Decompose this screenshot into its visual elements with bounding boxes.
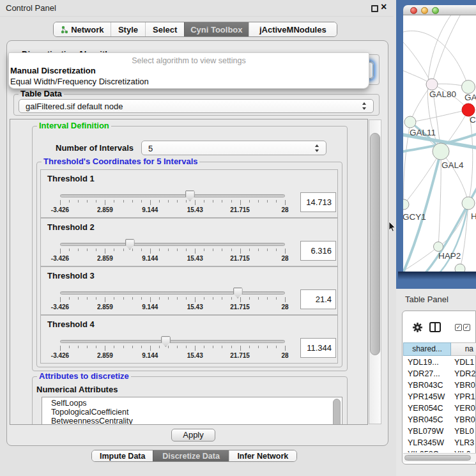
cell-shared-name: YBR045C: [403, 414, 451, 426]
network-node-hap2[interactable]: [434, 242, 443, 252]
node-label-gal80: GAL80: [429, 89, 456, 99]
threshold-1-slider-track[interactable]: [60, 194, 285, 197]
table-row[interactable]: YLR345WYLR3: [403, 437, 476, 449]
network-edge[interactable]: [438, 151, 441, 247]
network-node-gal11[interactable]: [404, 116, 416, 128]
dropdown-item-1[interactable]: Manual Discretization: [10, 66, 96, 75]
gear-icon[interactable]: [412, 322, 423, 333]
checkbox-icon[interactable]: ✓: [455, 324, 462, 331]
cell-shared-name: YPR145W: [403, 391, 451, 403]
tab-style[interactable]: Style: [111, 22, 146, 36]
slider-tick: [105, 346, 105, 351]
attribute-list-item[interactable]: SelfLoops: [42, 399, 342, 408]
network-node-partial[interactable]: [455, 264, 465, 272]
table-row[interactable]: YDL19...YDL1: [403, 357, 476, 368]
cell-name: YBR0: [451, 380, 476, 391]
network-edge[interactable]: [410, 84, 432, 122]
threshold-3-value-field[interactable]: 21.4: [300, 289, 336, 309]
cell-name: YLR3: [451, 437, 476, 449]
tab-infer-network[interactable]: Infer Network: [229, 450, 296, 461]
tab-network[interactable]: Network: [54, 22, 111, 36]
column-header-shared[interactable]: shared...: [403, 342, 451, 356]
threshold-2-slider-track[interactable]: [60, 243, 285, 246]
slider-tick: [285, 200, 286, 205]
slider-tick: [195, 249, 196, 254]
threshold-4-slider-track[interactable]: [60, 340, 285, 343]
window-zoom-traffic-icon[interactable]: [432, 7, 439, 14]
close-icon[interactable]: ×: [381, 1, 387, 13]
network-node-gal[interactable]: [462, 81, 475, 94]
tab-discretize-data[interactable]: Discretize Data: [153, 450, 228, 461]
column-header-name[interactable]: na: [451, 342, 476, 356]
cell-shared-name: YBR043C: [403, 380, 451, 391]
dropdown-item-2[interactable]: Equal Width/Frequency Discretization: [10, 77, 149, 86]
attribute-list-item[interactable]: BetweennessCentrality: [42, 417, 342, 425]
table-hscrollbar-track[interactable]: [403, 453, 476, 462]
tab-cyni-toolbox[interactable]: Cyni Toolbox: [184, 22, 249, 36]
table-row[interactable]: YBR043CYBR0: [403, 380, 476, 391]
network-edge[interactable]: [403, 31, 468, 87]
network-edge[interactable]: [432, 15, 462, 84]
table-data-combobox[interactable]: galFiltered.sif default node: [19, 99, 374, 113]
slider-tick-label: 9.144: [134, 303, 166, 311]
settings-scrollbar-thumb[interactable]: [370, 133, 380, 355]
table-row[interactable]: YBR045CYBR0: [403, 414, 476, 426]
slider-tick: [204, 346, 204, 348]
threshold-3-slider-handle[interactable]: [233, 288, 243, 298]
network-node-h[interactable]: [462, 197, 475, 210]
network-edge[interactable]: [441, 151, 468, 203]
slider-tick: [276, 297, 277, 300]
network-edge[interactable]: [410, 110, 468, 122]
threshold-3-slider-track[interactable]: [60, 291, 285, 295]
column-layout-icon[interactable]: [429, 322, 441, 332]
network-node-gcy1[interactable]: [403, 199, 409, 210]
tab-select[interactable]: Select: [145, 22, 184, 36]
slider-tick: [186, 297, 187, 300]
threshold-4-value-field[interactable]: 11.344: [300, 338, 336, 358]
attributes-list-scrollbar[interactable]: [333, 399, 341, 425]
float-window-icon[interactable]: [371, 5, 378, 12]
table-panel-section: Table Panel ✓ ✓ shared... na YDL19...YDL…: [396, 289, 476, 476]
slider-tick-label: -3.426: [44, 303, 76, 311]
window-close-traffic-icon[interactable]: [410, 7, 417, 14]
table-row[interactable]: YPR145WYPR1: [403, 391, 476, 403]
attribute-list-item[interactable]: TopologicalCoefficient: [42, 408, 342, 417]
threshold-4-slider-handle[interactable]: [161, 336, 171, 347]
slider-tick: [276, 249, 277, 251]
network-node-gal80[interactable]: [426, 79, 438, 90]
network-edge[interactable]: [403, 151, 441, 272]
slider-tick-label: 9.144: [134, 206, 166, 213]
network-node-gal4[interactable]: [433, 143, 449, 160]
threshold-4-panel: Threshold 4-3.4262.8599.14415.4321.71528…: [40, 315, 338, 364]
slider-tick: [285, 346, 286, 351]
network-graph: GAL80GALCGAL11GAL4GCY1HHAP2: [403, 15, 476, 272]
control-panel-tabbar: NetworkStyleSelectCyni ToolboxjActiveMNo…: [53, 22, 337, 37]
table-row[interactable]: YER054CYER0: [403, 403, 476, 414]
window-minimize-traffic-icon[interactable]: [421, 7, 428, 14]
slider-tick: [213, 249, 213, 251]
slider-tick: [123, 249, 124, 251]
checkbox-icon[interactable]: ✓: [463, 324, 470, 331]
network-canvas[interactable]: GAL80GALCGAL11GAL4GCY1HHAP2: [403, 15, 476, 272]
number-of-intervals-combobox[interactable]: 5: [141, 141, 326, 155]
network-edge[interactable]: [403, 38, 432, 84]
network-node-c[interactable]: [462, 104, 475, 116]
apply-button[interactable]: Apply: [171, 429, 215, 441]
tab-label: Discretize Data: [162, 452, 220, 461]
threshold-2-slider-handle[interactable]: [125, 239, 135, 250]
tab-impute-data[interactable]: Impute Data: [92, 450, 153, 461]
slider-tick: [168, 297, 169, 300]
tab-jactivemnodules[interactable]: jActiveMNodules: [249, 22, 337, 36]
table-row[interactable]: YIL052CYIL0: [403, 449, 476, 452]
table-row[interactable]: YDR27...YDR2: [403, 368, 476, 380]
table-hscrollbar-thumb[interactable]: [404, 455, 471, 461]
slider-tick: [87, 346, 88, 348]
table-row[interactable]: YBL079WYBL0: [403, 426, 476, 437]
threshold-2-value-field[interactable]: 6.316: [300, 241, 336, 261]
slider-tick: [222, 297, 222, 300]
slider-tick: [78, 249, 79, 251]
threshold-1-value-field[interactable]: 14.713: [300, 192, 336, 212]
slider-tick-label: 9.144: [134, 352, 166, 359]
numerical-attributes-list[interactable]: SelfLoopsTopologicalCoefficientBetweenne…: [42, 397, 342, 425]
slider-tick: [141, 346, 142, 348]
